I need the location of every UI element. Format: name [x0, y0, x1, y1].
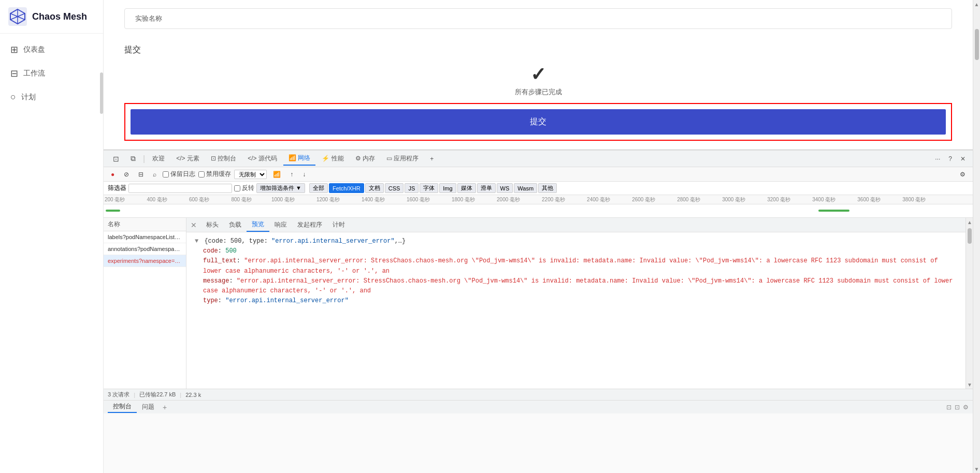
sidebar-item-workflow[interactable]: ⊟ 工作流 — [0, 62, 103, 85]
devtools-scroll-down[interactable]: ▼ — [966, 380, 973, 389]
filter-bar: 筛选器 反转 增加筛选条件 ▼ 全部 Fetch/XHR 文档 CSS — [104, 182, 973, 195]
form-inner: 实验名称 — [104, 0, 973, 45]
sidebar-item-dashboard[interactable]: ⊞ 仪表盘 — [0, 38, 103, 62]
main-scroll-thumb[interactable] — [975, 29, 979, 60]
json-key-code: code — [203, 247, 218, 255]
tick-2200: 2200 毫秒 — [541, 195, 565, 203]
request-item-2[interactable]: annotations?podNamespaceLi... — [104, 243, 186, 255]
filter-type-css[interactable]: CSS — [385, 183, 404, 193]
tick-2600: 2600 毫秒 — [631, 195, 655, 203]
bottom-action-settings[interactable]: ⚙ — [963, 404, 969, 411]
disable-cache-checkbox[interactable] — [198, 171, 205, 178]
json-val-fulltext: "error.api.internal_server_error: Stress… — [203, 257, 938, 274]
invert-label[interactable]: 反转 — [234, 184, 254, 193]
bottom-action-dock2[interactable]: ⊡ — [955, 404, 960, 411]
main-scroll-up[interactable]: ▲ — [973, 0, 981, 8]
sidebar-label-schedule: 计划 — [21, 93, 36, 102]
filter-type-img[interactable]: Img — [439, 183, 456, 193]
json-expand-1[interactable]: ▼ — [195, 238, 198, 245]
devtools-scroll-thumb[interactable] — [968, 228, 972, 244]
status-requests: 3 次请求 — [108, 391, 129, 398]
devtools-tab-source[interactable]: </> 源代码 — [242, 152, 282, 165]
main-area: Chaos Mesh ⊞ 仪表盘 ⊟ 工作流 ○ 计划 — [0, 0, 980, 473]
response-tab-timing[interactable]: 计时 — [327, 218, 350, 231]
devtools-tab-memory[interactable]: ⚙ 内存 — [350, 152, 380, 165]
json-key-fulltext: full_text — [203, 257, 237, 264]
devtools-actions: ··· ? ✕ — [932, 154, 969, 164]
response-tab-headers[interactable]: 标头 — [201, 218, 224, 231]
json-line-1-text: {code: 500, type: "error.api.internal_se… — [204, 238, 406, 245]
timeline-ruler: 200 毫秒 400 毫秒 600 毫秒 800 毫秒 1000 毫秒 1200… — [104, 195, 973, 204]
sidebar-item-schedule[interactable]: ○ 计划 — [0, 85, 103, 109]
request-item-1[interactable]: labels?podNamespaceList=test — [104, 231, 186, 243]
filter-type-fetchxhr[interactable]: Fetch/XHR — [329, 183, 364, 193]
tick-2400: 2400 毫秒 — [586, 195, 610, 203]
devtools-tab-application[interactable]: ▭ 应用程序 — [381, 152, 424, 165]
filter-type-ws[interactable]: WS — [497, 183, 513, 193]
filter-type-other[interactable]: 其他 — [538, 183, 557, 193]
app-title: Chaos Mesh — [32, 11, 87, 22]
chaos-mesh-logo — [8, 7, 27, 26]
devtools-close-btn[interactable]: ✕ — [957, 154, 969, 164]
submit-button[interactable]: 提交 — [131, 109, 946, 135]
bottom-actions: ⊡ ⊡ ⚙ — [946, 404, 969, 411]
response-close-btn[interactable]: ✕ — [191, 221, 197, 229]
disable-cache-label[interactable]: 禁用缓存 — [198, 170, 231, 179]
response-tab-response[interactable]: 响应 — [269, 218, 292, 231]
bottom-tab-console[interactable]: 控制台 — [108, 401, 137, 413]
response-tabs: ✕ 标头 负载 预览 响应 发起程序 计时 — [186, 218, 965, 232]
devtools-tab-performance[interactable]: ⚡ 性能 — [316, 152, 349, 165]
preserve-log-checkbox[interactable] — [163, 171, 169, 178]
requests-header: 名称 — [104, 218, 186, 231]
response-tab-payload[interactable]: 负载 — [224, 218, 247, 231]
devtools-tab-elements[interactable]: </> 元素 — [171, 152, 205, 165]
response-tab-initiator[interactable]: 发起程序 — [292, 218, 327, 231]
status-transferred: 已传输22.7 kB — [139, 391, 176, 398]
search-btn[interactable]: ⌕ — [150, 170, 160, 179]
devtools-scroll-up[interactable]: ▲ — [966, 218, 973, 226]
add-filter-label: 增加筛选条件 — [260, 185, 294, 191]
filter-type-all[interactable]: 全部 — [309, 183, 328, 193]
devtools-inspect-btn[interactable]: ⧉ — [125, 152, 141, 165]
filter-type-font[interactable]: 字体 — [420, 183, 438, 193]
filter-input[interactable] — [128, 184, 232, 193]
devtools-pointer-btn[interactable]: ⊡ — [108, 153, 124, 165]
devtools-tab-welcome[interactable]: 欢迎 — [147, 152, 170, 165]
devtools-tab-console[interactable]: ⊡ 控制台 — [206, 152, 241, 165]
filter-type-js[interactable]: JS — [405, 183, 419, 193]
add-filter-btn[interactable]: 增加筛选条件 ▼ — [256, 183, 305, 193]
filter-btn[interactable]: ⊟ — [135, 170, 147, 179]
request-item-3[interactable]: experiments?namespace=test — [104, 255, 186, 267]
wifi-icon-btn[interactable]: 📶 — [270, 170, 284, 179]
throttle-select[interactable]: 无限制 — [234, 170, 267, 179]
devtools-help-btn[interactable]: ? — [945, 154, 955, 164]
preserve-log-label[interactable]: 保留日志 — [163, 170, 195, 179]
filter-type-wasm[interactable]: Wasm — [514, 183, 537, 193]
response-tab-preview[interactable]: 预览 — [247, 218, 269, 232]
main-scroll-down[interactable]: ▼ — [973, 465, 981, 473]
bottom-tab-add-btn[interactable]: + — [160, 402, 170, 412]
clear-btn[interactable]: ⊘ — [121, 170, 132, 179]
devtools-tab-network[interactable]: 📶 网络 — [283, 152, 315, 166]
form-top-banner: 实验名称 — [124, 8, 952, 29]
preserve-log-text: 保留日志 — [170, 170, 195, 179]
download-btn[interactable]: ↓ — [299, 170, 309, 179]
filter-type-media[interactable]: 媒体 — [457, 183, 476, 193]
network-main: 名称 labels?podNamespaceList=test annotati… — [104, 218, 973, 389]
devtools-tab-more[interactable]: + — [425, 153, 439, 165]
record-btn[interactable]: ● — [108, 170, 118, 179]
bottom-tab-issues[interactable]: 问题 — [137, 402, 160, 412]
devtools-more-btn[interactable]: ··· — [932, 154, 943, 164]
network-settings-btn[interactable]: ⚙ — [957, 170, 969, 179]
filter-type-manifest[interactable]: 滑单 — [477, 183, 496, 193]
sidebar-scrollbar[interactable] — [100, 72, 103, 114]
filter-type-doc[interactable]: 文档 — [365, 183, 384, 193]
network-right-actions: ⚙ — [957, 170, 969, 179]
timeline-area: 200 毫秒 400 毫秒 600 毫秒 800 毫秒 1000 毫秒 1200… — [104, 195, 973, 218]
tick-1600: 1600 毫秒 — [406, 195, 430, 203]
tick-1200: 1200 毫秒 — [315, 195, 340, 203]
upload-btn[interactable]: ↑ — [287, 170, 296, 179]
invert-checkbox[interactable] — [234, 185, 240, 191]
timeline-bar-1 — [106, 210, 120, 212]
bottom-action-dock1[interactable]: ⊡ — [946, 404, 952, 411]
